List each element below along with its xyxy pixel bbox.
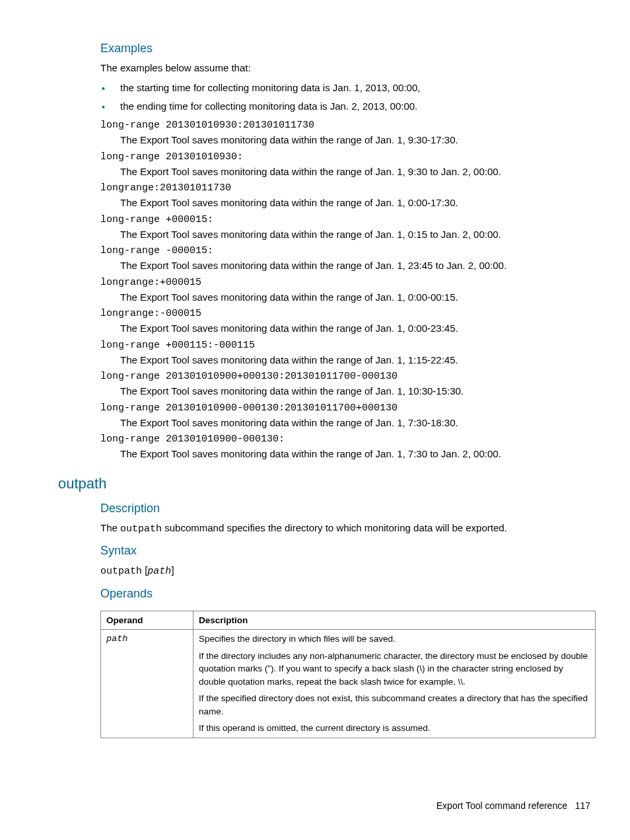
example-description: The Export Tool saves monitoring data wi… — [120, 227, 598, 242]
example-description: The Export Tool saves monitoring data wi… — [120, 384, 598, 399]
example-description: The Export Tool saves monitoring data wi… — [120, 290, 598, 305]
table-header-row: Operand Description — [101, 611, 596, 630]
examples-assumptions: the starting time for collecting monitor… — [100, 81, 598, 114]
inline-code: outpath — [120, 523, 162, 535]
list-item: the ending time for collecting monitorin… — [100, 99, 598, 114]
example-description: The Export Tool saves monitoring data wi… — [120, 133, 598, 147]
cell-para: Specifies the directory in which files w… — [199, 632, 590, 646]
example-command: long-range 201301010900-000130: — [100, 432, 598, 447]
example-description: The Export Tool saves monitoring data wi… — [120, 416, 598, 430]
example-description: The Export Tool saves monitoring data wi… — [120, 196, 598, 210]
example-description: The Export Tool saves monitoring data wi… — [120, 353, 598, 367]
example-command: long-range +000115:-000115 — [100, 338, 598, 353]
cell-para: If the specified directory does not exis… — [199, 692, 590, 718]
syntax-heading: Syntax — [100, 542, 598, 559]
example-description: The Export Tool saves monitoring data wi… — [120, 447, 598, 461]
example-command: long-range +000015: — [100, 213, 598, 227]
cell-description: Specifies the directory in which files w… — [193, 630, 596, 738]
example-description: The Export Tool saves monitoring data wi… — [120, 165, 598, 179]
syntax-arg: path — [147, 566, 171, 577]
page-number: 117 — [575, 800, 590, 811]
example-description: The Export Tool saves monitoring data wi… — [120, 258, 598, 273]
syntax-close: ] — [171, 564, 174, 576]
example-command: longrange:-000015 — [100, 307, 598, 321]
text-pre: The — [100, 522, 120, 533]
th-operand: Operand — [101, 611, 193, 630]
list-item: the starting time for collecting monitor… — [100, 81, 598, 95]
example-command: long-range 201301010930: — [100, 150, 598, 165]
examples-list: long-range 201301010930:201301011730The … — [58, 118, 598, 461]
cell-operand: path — [101, 630, 193, 738]
operands-heading: Operands — [100, 585, 598, 602]
example-description: The Export Tool saves monitoring data wi… — [120, 321, 598, 336]
description-heading: Description — [100, 500, 598, 517]
outpath-heading: outpath — [58, 473, 598, 494]
th-description: Description — [193, 611, 596, 630]
cell-para: If the directory includes any non-alphan… — [199, 650, 590, 689]
example-command: long-range 201301010900+000130:201301011… — [100, 369, 598, 384]
example-command: long-range 201301010900-000130:201301011… — [100, 401, 598, 416]
example-command: long-range -000015: — [100, 244, 598, 258]
examples-heading: Examples — [100, 40, 598, 57]
text-post: subcommand specifies the directory to wh… — [162, 522, 507, 533]
operands-table: Operand Description path Specifies the d… — [100, 611, 596, 739]
syntax-cmd: outpath — [100, 566, 142, 577]
table-row: path Specifies the directory in which fi… — [101, 630, 596, 738]
example-command: long-range 201301010930:201301011730 — [100, 118, 598, 133]
syntax-line: outpath [path] — [100, 563, 598, 579]
footer-text: Export Tool command reference — [437, 800, 567, 811]
description-text: The outpath subcommand specifies the dir… — [100, 521, 598, 537]
example-command: longrange:+000015 — [100, 276, 598, 290]
examples-intro: The examples below assume that: — [100, 61, 598, 75]
cell-para: If this operand is omitted, the current … — [199, 722, 590, 735]
example-command: longrange:201301011730 — [100, 181, 598, 196]
page-footer: Export Tool command reference 117 — [437, 799, 590, 812]
